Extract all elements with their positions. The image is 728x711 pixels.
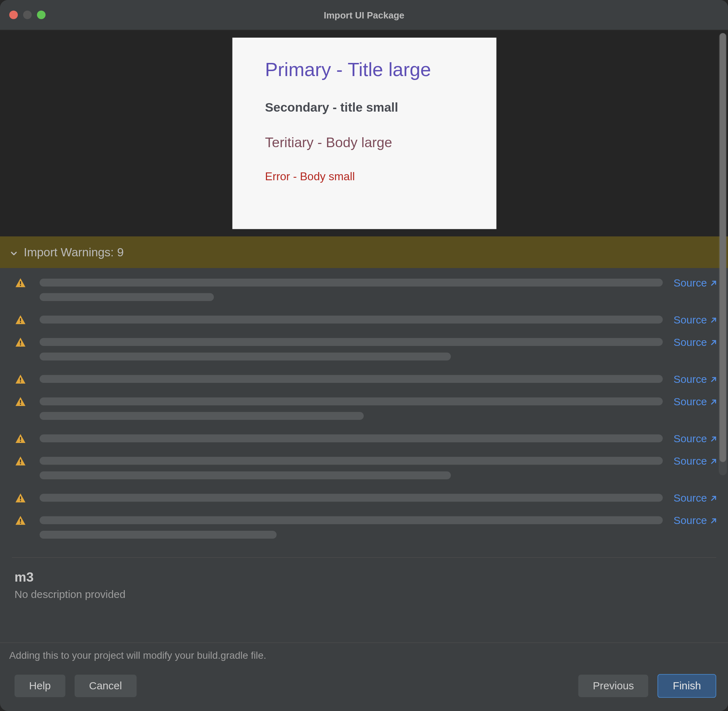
warning-icon [15, 454, 29, 468]
external-link-icon [709, 494, 717, 502]
warning-text [40, 432, 663, 450]
cancel-button[interactable]: Cancel [75, 675, 137, 697]
warning-icon [15, 372, 29, 385]
svg-line-11 [712, 378, 716, 381]
external-link-icon [709, 517, 717, 525]
svg-rect-16 [20, 441, 21, 442]
svg-line-14 [712, 400, 716, 404]
external-link-icon [709, 398, 717, 406]
source-link[interactable]: Source [673, 432, 718, 445]
source-link[interactable]: Source [673, 313, 718, 326]
preview-primary-text: Primary - Title large [265, 59, 470, 80]
source-link-label: Source [673, 314, 707, 326]
preview-error-text: Error - Body small [265, 170, 470, 183]
warning-icon [15, 313, 29, 326]
source-link[interactable]: Source [673, 454, 718, 468]
warning-text [40, 514, 663, 547]
svg-rect-9 [20, 378, 21, 381]
redacted-line [40, 375, 663, 383]
external-link-icon [709, 339, 717, 347]
footer-note: Adding this to your project will modify … [0, 643, 728, 665]
source-link[interactable]: Source [673, 276, 718, 289]
previous-button[interactable]: Previous [578, 675, 648, 697]
svg-line-8 [712, 341, 716, 344]
svg-line-23 [712, 496, 716, 500]
finish-button[interactable]: Finish [657, 674, 716, 698]
svg-rect-6 [20, 341, 21, 344]
source-link[interactable]: Source [673, 491, 718, 504]
source-link-label: Source [673, 456, 707, 467]
source-link[interactable]: Source [673, 395, 718, 408]
svg-rect-4 [20, 322, 21, 323]
warning-icon [15, 335, 29, 348]
source-link-label: Source [673, 493, 707, 504]
package-name: m3 [15, 570, 714, 585]
svg-line-5 [712, 318, 716, 322]
svg-rect-3 [20, 318, 21, 321]
redacted-line [40, 516, 663, 524]
redacted-line [40, 293, 214, 301]
svg-rect-22 [20, 500, 21, 501]
svg-rect-0 [20, 281, 21, 284]
help-button[interactable]: Help [15, 675, 65, 697]
svg-rect-13 [20, 404, 21, 405]
source-link-label: Source [673, 433, 707, 445]
svg-rect-24 [20, 519, 21, 522]
warning-row: Source [15, 335, 718, 368]
svg-line-20 [712, 459, 716, 463]
redacted-line [40, 494, 663, 502]
source-link[interactable]: Source [673, 372, 718, 385]
preview-card: Primary - Title large Secondary - title … [232, 38, 496, 229]
svg-rect-1 [20, 285, 21, 286]
scrollbar-thumb[interactable] [719, 33, 726, 462]
source-link-label: Source [673, 277, 707, 289]
warning-row: Source [15, 432, 718, 450]
redacted-line [40, 412, 364, 420]
svg-rect-19 [20, 463, 21, 464]
warning-row: Source [15, 276, 718, 309]
redacted-line [40, 434, 663, 442]
package-description: No description provided [15, 589, 714, 600]
warning-row: Source [15, 454, 718, 487]
redacted-line [40, 316, 663, 323]
svg-rect-7 [20, 344, 21, 345]
preview-tertiary-text: Teritiary - Body large [265, 135, 470, 151]
svg-rect-12 [20, 400, 21, 403]
warning-row: Source [15, 395, 718, 428]
svg-rect-15 [20, 437, 21, 440]
warning-icon [15, 491, 29, 504]
external-link-icon [709, 316, 717, 324]
external-link-icon [709, 435, 717, 443]
window-title: Import UI Package [0, 10, 728, 20]
warning-icon [15, 432, 29, 445]
svg-line-17 [712, 437, 716, 441]
redacted-line [40, 531, 276, 538]
source-link[interactable]: Source [673, 335, 718, 348]
chevron-down-icon [9, 248, 19, 257]
source-link-label: Source [673, 396, 707, 408]
warnings-list: SourceSourceSourceSourceSourceSourceSour… [0, 268, 728, 555]
external-link-icon [709, 279, 717, 287]
source-link[interactable]: Source [673, 514, 718, 527]
redacted-line [40, 338, 663, 346]
dialog-window: Import UI Package Primary - Title large … [0, 0, 728, 711]
warnings-header[interactable]: Import Warnings: 9 [0, 236, 728, 268]
external-link-icon [709, 376, 717, 384]
svg-rect-21 [20, 496, 21, 499]
warning-text [40, 276, 663, 309]
warning-text [40, 313, 663, 331]
warning-text [40, 372, 663, 391]
source-link-label: Source [673, 515, 707, 527]
warning-text [40, 395, 663, 428]
warning-icon [15, 395, 29, 408]
warning-row: Source [15, 372, 718, 391]
warning-row: Source [15, 514, 718, 547]
warning-icon [15, 514, 29, 527]
svg-rect-18 [20, 459, 21, 462]
preview-area: Primary - Title large Secondary - title … [0, 30, 728, 236]
warning-text [40, 491, 663, 510]
preview-secondary-text: Secondary - title small [265, 100, 470, 115]
source-link-label: Source [673, 337, 707, 348]
warning-text [40, 335, 663, 368]
scrollbar[interactable] [719, 33, 727, 475]
